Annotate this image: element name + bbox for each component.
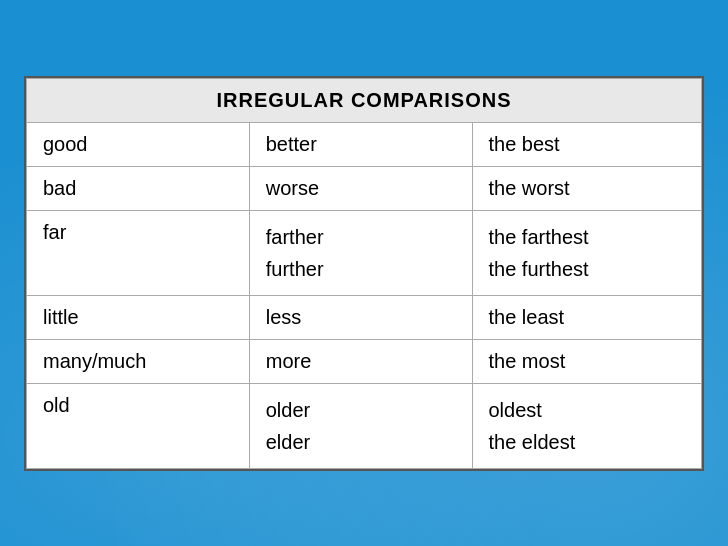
table-row: badworsethe worst	[27, 166, 702, 210]
table-row: many/muchmorethe most	[27, 339, 702, 383]
cell-comparative-0: better	[249, 122, 472, 166]
table-container: IRREGULAR COMPARISONS goodbetterthe best…	[24, 76, 704, 471]
cell-comparative-5: olderelder	[249, 383, 472, 468]
cell-comparative-4: more	[249, 339, 472, 383]
table-row: goodbetterthe best	[27, 122, 702, 166]
table-title: IRREGULAR COMPARISONS	[27, 78, 702, 122]
cell-superlative-2: the farthestthe furthest	[472, 210, 702, 295]
irregular-comparisons-table: IRREGULAR COMPARISONS goodbetterthe best…	[26, 78, 702, 469]
cell-superlative-5: oldestthe eldest	[472, 383, 702, 468]
table-row: littlelessthe least	[27, 295, 702, 339]
cell-superlative-3: the least	[472, 295, 702, 339]
cell-superlative-0: the best	[472, 122, 702, 166]
cell-comparative-2: fartherfurther	[249, 210, 472, 295]
cell-positive-2: far	[27, 210, 250, 295]
cell-superlative-4: the most	[472, 339, 702, 383]
cell-positive-5: old	[27, 383, 250, 468]
cell-positive-1: bad	[27, 166, 250, 210]
cell-comparative-3: less	[249, 295, 472, 339]
table-row: oldolderelderoldestthe eldest	[27, 383, 702, 468]
cell-superlative-1: the worst	[472, 166, 702, 210]
cell-positive-0: good	[27, 122, 250, 166]
cell-positive-3: little	[27, 295, 250, 339]
table-row: farfartherfurtherthe farthestthe furthes…	[27, 210, 702, 295]
cell-comparative-1: worse	[249, 166, 472, 210]
cell-positive-4: many/much	[27, 339, 250, 383]
